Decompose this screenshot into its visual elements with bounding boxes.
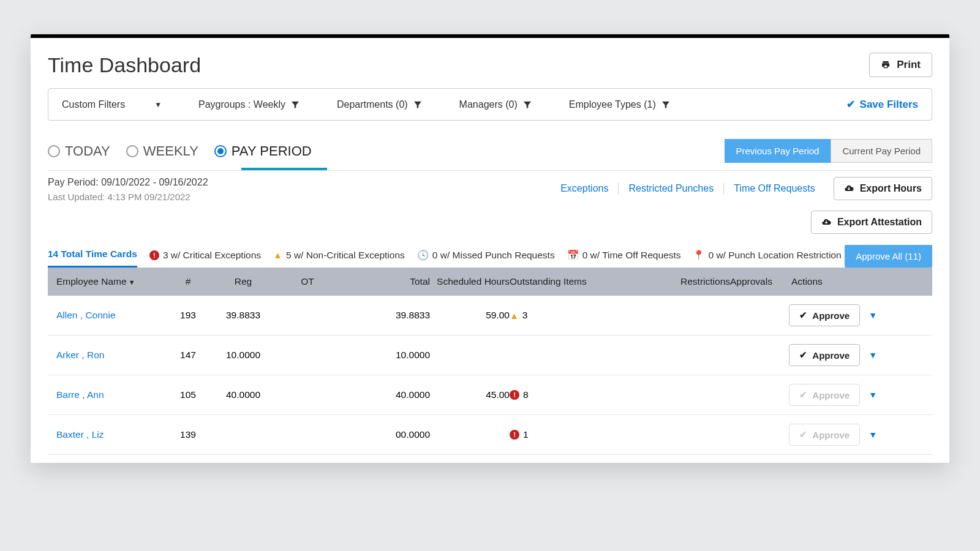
approve-button[interactable]: ✔Approve	[789, 344, 860, 366]
table-row: Barre , Ann10540.000040.000045.00!8✔Appr…	[48, 375, 932, 415]
restricted-punches-link[interactable]: Restricted Punches	[619, 183, 724, 194]
col-ot[interactable]: OT	[277, 276, 338, 287]
tab-tor-label: 0 w/ Time Off Requests	[582, 250, 681, 261]
scheduled-hours: 45.00	[430, 389, 510, 400]
employee-name-link[interactable]: Barre , Ann	[56, 389, 167, 400]
tab-time-off-requests[interactable]: 📅 0 w/ Time Off Requests	[567, 249, 681, 268]
print-label: Print	[897, 59, 921, 71]
radio-icon	[126, 145, 138, 157]
export-hours-button[interactable]: Export Hours	[834, 177, 932, 200]
employee-name-link[interactable]: Baxter , Liz	[56, 429, 167, 440]
chevron-down-icon: ▼	[154, 100, 162, 109]
approve-label: Approve	[812, 310, 850, 321]
last-updated-text: Last Updated: 4:13 PM 09/21/2022	[48, 192, 208, 202]
dashboard-card: Time Dashboard Print Custom Filters ▼ Pa…	[31, 34, 949, 463]
filter-icon	[661, 100, 671, 110]
approve-all-button[interactable]: Approve All (11)	[845, 245, 932, 268]
employee-number: 105	[167, 389, 209, 400]
payperiod-label: PAY PERIOD	[232, 143, 312, 159]
total-hours: 10.0000	[338, 350, 430, 361]
employee-number: 193	[167, 310, 209, 321]
tab-crit-label: 3 w/ Critical Exceptions	[163, 250, 261, 261]
tab-missed-punch[interactable]: 🕓 0 w/ Missed Punch Requests	[417, 249, 555, 268]
location-pin-icon: 📍	[693, 250, 704, 261]
approve-label: Approve	[812, 390, 850, 400]
cloud-download-icon	[844, 184, 854, 193]
tab-punch-location[interactable]: 📍 0 w/ Punch Location Restriction	[693, 249, 841, 268]
cloud-download-icon	[821, 217, 831, 227]
total-hours: 00.0000	[338, 429, 430, 440]
export-attestation-button[interactable]: Export Attestation	[811, 211, 932, 234]
tab-noncritical-exceptions[interactable]: ▲ 5 w/ Non-Critical Exceptions	[273, 249, 405, 268]
col-scheduled-hours[interactable]: Scheduled Hours	[430, 276, 510, 287]
print-button[interactable]: Print	[869, 53, 932, 77]
critical-icon: !	[510, 430, 519, 440]
tab-noncrit-label: 5 w/ Non-Critical Exceptions	[286, 250, 405, 261]
table-row: Baxter , Liz13900.0000!1✔Approve▼	[48, 415, 932, 455]
employee-name-link[interactable]: Allen , Connie	[56, 310, 167, 321]
export-attestation-label: Export Attestation	[837, 217, 922, 228]
approve-button[interactable]: ✔Approve	[789, 304, 860, 326]
col-reg[interactable]: Reg	[209, 276, 277, 287]
col-number[interactable]: #	[167, 276, 209, 287]
paygroups-filter[interactable]: Paygroups : Weekly	[198, 99, 300, 110]
row-actions-dropdown[interactable]: ▼	[869, 430, 877, 440]
weekly-label: WEEKLY	[143, 143, 198, 159]
current-pay-period-button[interactable]: Current Pay Period	[831, 139, 932, 163]
outstanding-count: 3	[522, 310, 528, 321]
tab-total-timecards[interactable]: 14 Total Time Cards	[48, 249, 137, 268]
check-icon: ✔	[799, 310, 807, 321]
employee-number: 139	[167, 429, 209, 440]
row-actions-dropdown[interactable]: ▼	[869, 310, 877, 320]
radio-icon	[48, 145, 60, 157]
reg-hours: 10.0000	[209, 350, 277, 361]
exceptions-link[interactable]: Exceptions	[551, 183, 619, 194]
radio-icon	[214, 145, 227, 157]
departments-filter[interactable]: Departments (0)	[337, 99, 423, 110]
previous-pay-period-button[interactable]: Previous Pay Period	[725, 139, 831, 163]
employee-number: 147	[167, 350, 209, 361]
save-filters-label: Save Filters	[860, 99, 918, 111]
filter-icon	[290, 100, 300, 110]
outstanding-cell: ▲3	[510, 310, 650, 321]
active-tab-underline	[241, 168, 327, 170]
col-total[interactable]: Total	[338, 276, 430, 287]
managers-filter[interactable]: Managers (0)	[459, 99, 532, 110]
calendar-icon: 📅	[567, 250, 579, 261]
emptypes-label: Employee Types (1)	[569, 99, 656, 110]
view-weekly-radio[interactable]: WEEKLY	[126, 143, 198, 159]
col-approvals[interactable]: Approvals	[730, 276, 791, 287]
approve-label: Approve	[812, 350, 850, 361]
check-icon: ✔	[799, 350, 807, 361]
approve-button: ✔Approve	[789, 424, 860, 446]
tab-loc-label: 0 w/ Punch Location Restriction	[708, 250, 841, 261]
col-employee-name[interactable]: Employee Name	[56, 276, 167, 287]
col-actions[interactable]: Actions	[791, 276, 877, 287]
warning-icon: ▲	[273, 250, 282, 260]
printer-icon	[881, 60, 891, 70]
scheduled-hours: 59.00	[430, 310, 510, 321]
col-restrictions[interactable]: Restrictions	[650, 276, 730, 287]
timecard-table: Employee Name # Reg OT Total Scheduled H…	[48, 268, 932, 463]
departments-label: Departments (0)	[337, 99, 408, 110]
row-actions-dropdown[interactable]: ▼	[869, 350, 877, 360]
employee-name-link[interactable]: Arker , Ron	[56, 350, 167, 361]
page-title: Time Dashboard	[48, 53, 201, 77]
check-icon: ✔	[846, 98, 855, 111]
save-filters-button[interactable]: ✔ Save Filters	[846, 98, 918, 111]
today-label: TODAY	[65, 143, 110, 159]
outstanding-cell: !8	[510, 389, 650, 400]
view-payperiod-radio[interactable]: PAY PERIOD	[214, 143, 312, 159]
total-hours: 40.0000	[338, 389, 430, 400]
col-outstanding[interactable]: Outstanding Items	[510, 276, 650, 287]
reg-hours: 39.8833	[209, 310, 277, 321]
tab-critical-exceptions[interactable]: ! 3 w/ Critical Exceptions	[149, 249, 261, 268]
critical-icon: !	[510, 390, 519, 400]
view-today-radio[interactable]: TODAY	[48, 143, 110, 159]
filter-icon	[413, 100, 423, 110]
row-actions-dropdown[interactable]: ▼	[869, 390, 877, 400]
filter-icon	[522, 100, 532, 110]
custom-filters-dropdown[interactable]: Custom Filters ▼	[62, 99, 162, 110]
employee-types-filter[interactable]: Employee Types (1)	[569, 99, 671, 110]
time-off-requests-link[interactable]: Time Off Requests	[724, 183, 825, 194]
